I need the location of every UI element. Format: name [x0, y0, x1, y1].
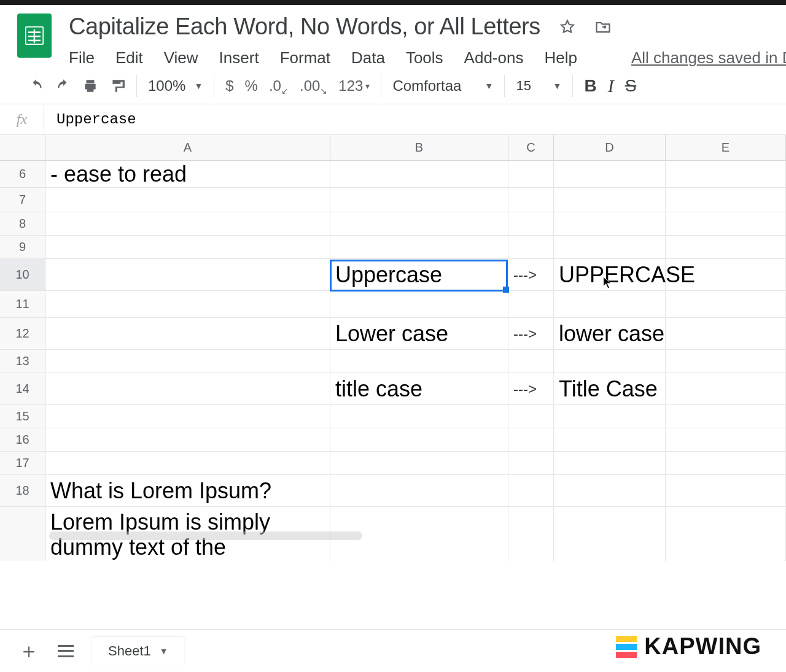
row-header[interactable]: 10 — [0, 259, 45, 290]
spreadsheet-grid: A B C D E 6- ease to read 7 8 9 10 Upper… — [0, 135, 786, 561]
window-top-strip — [0, 0, 786, 5]
cell-B6[interactable] — [330, 161, 508, 187]
row-header[interactable]: 14 — [0, 373, 45, 404]
zoom-select[interactable]: 100%▼ — [148, 77, 203, 95]
cell-D6[interactable] — [554, 161, 666, 187]
caret-down-icon: ▼ — [485, 81, 494, 91]
sheet-tab-label: Sheet1 — [108, 643, 151, 659]
increase-decimal-button[interactable]: .00↘ — [300, 77, 327, 95]
strike-button[interactable]: S — [625, 76, 637, 96]
row-header[interactable]: 11 — [0, 291, 45, 317]
row-header[interactable]: 9 — [0, 236, 45, 258]
column-header-B[interactable]: B — [330, 135, 508, 160]
redo-button[interactable] — [55, 78, 71, 94]
horizontal-scrollbar[interactable] — [49, 531, 362, 540]
row-header[interactable]: 7 — [0, 188, 45, 212]
menu-edit[interactable]: Edit — [115, 48, 143, 68]
caret-down-icon: ▼ — [194, 81, 203, 91]
title-bar: Capitalize Each Word, No Words, or All L… — [0, 5, 786, 68]
formula-bar: fx — [0, 104, 786, 135]
sheets-logo[interactable] — [17, 14, 52, 58]
cell-C6[interactable] — [508, 161, 554, 187]
document-title[interactable]: Capitalize Each Word, No Words, or All L… — [69, 14, 540, 40]
cell-C10[interactable]: ---> — [508, 259, 554, 290]
cell-D12[interactable]: lower case — [554, 318, 666, 349]
column-headers: A B C D E — [0, 135, 786, 161]
menu-format[interactable]: Format — [280, 48, 330, 68]
bold-button[interactable]: B — [584, 76, 596, 96]
caret-down-icon: ▼ — [553, 81, 562, 91]
watermark: KAPWING — [616, 633, 761, 660]
cell-B14[interactable]: title case — [330, 373, 508, 404]
watermark-text: KAPWING — [644, 633, 761, 660]
menu-tools[interactable]: Tools — [406, 48, 443, 68]
kapwing-logo-icon — [616, 636, 637, 658]
cell-A6[interactable]: - ease to read — [45, 161, 330, 187]
row-header[interactable]: 12 — [0, 318, 45, 349]
row-header[interactable]: 13 — [0, 350, 45, 373]
row-header[interactable] — [0, 507, 45, 561]
menu-data[interactable]: Data — [351, 48, 385, 68]
row-header[interactable]: 15 — [0, 405, 45, 428]
italic-button[interactable]: I — [608, 75, 614, 96]
column-header-E[interactable]: E — [666, 135, 786, 160]
caret-down-icon: ▾ — [365, 81, 370, 91]
move-to-folder-icon[interactable] — [594, 18, 612, 36]
column-header-D[interactable]: D — [554, 135, 666, 160]
save-status[interactable]: All changes saved in Dr — [631, 48, 786, 68]
fx-label: fx — [0, 104, 44, 134]
mouse-cursor-icon — [603, 276, 613, 290]
font-family-select[interactable]: Comfortaa — [392, 77, 461, 95]
menu-help[interactable]: Help — [544, 48, 577, 68]
menu-file[interactable]: File — [69, 48, 95, 68]
column-header-C[interactable]: C — [508, 135, 554, 160]
cell-B10[interactable]: Uppercase — [330, 259, 508, 290]
print-button[interactable] — [82, 78, 98, 94]
sheet-tab[interactable]: Sheet1 ▼ — [92, 637, 184, 665]
menu-view[interactable]: View — [164, 48, 198, 68]
row-header[interactable]: 6 — [0, 161, 45, 187]
undo-button[interactable] — [28, 78, 44, 94]
sheets-icon — [22, 20, 47, 51]
format-currency-button[interactable]: $ — [225, 77, 233, 95]
format-percent-button[interactable]: % — [245, 77, 258, 95]
cell-E6[interactable] — [666, 161, 786, 187]
svg-rect-5 — [34, 29, 36, 43]
menu-bar: File Edit View Insert Format Data Tools … — [69, 48, 786, 68]
star-icon[interactable] — [559, 18, 576, 36]
formula-input[interactable] — [44, 104, 786, 134]
toolbar: 100%▼ $ % .0↙ .00↘ 123▾ Comfortaa ▼ 15 ▼… — [0, 68, 786, 104]
row-header[interactable]: 17 — [0, 452, 45, 474]
cell-B12[interactable]: Lower case — [330, 318, 508, 349]
number-format-button[interactable]: 123▾ — [338, 77, 370, 95]
decrease-decimal-button[interactable]: .0↙ — [269, 77, 289, 95]
cell-C12[interactable]: ---> — [508, 318, 554, 349]
row-header[interactable]: 8 — [0, 212, 45, 235]
font-size-select[interactable]: 15 — [516, 78, 531, 94]
cell-C14[interactable]: ---> — [508, 373, 554, 404]
select-all-corner[interactable] — [0, 135, 45, 160]
caret-down-icon[interactable]: ▼ — [160, 646, 168, 656]
menu-insert[interactable]: Insert — [219, 48, 259, 68]
row-header[interactable]: 16 — [0, 428, 45, 451]
all-sheets-button[interactable] — [58, 645, 74, 657]
cell-D14[interactable]: Title Case — [554, 373, 666, 404]
paint-format-button[interactable] — [109, 78, 125, 94]
row-header[interactable]: 18 — [0, 475, 45, 506]
cell-A18[interactable]: What is Lorem Ipsum? — [45, 475, 330, 506]
menu-addons[interactable]: Add-ons — [464, 48, 524, 68]
add-sheet-button[interactable]: ＋ — [18, 637, 39, 665]
column-header-A[interactable]: A — [45, 135, 330, 160]
